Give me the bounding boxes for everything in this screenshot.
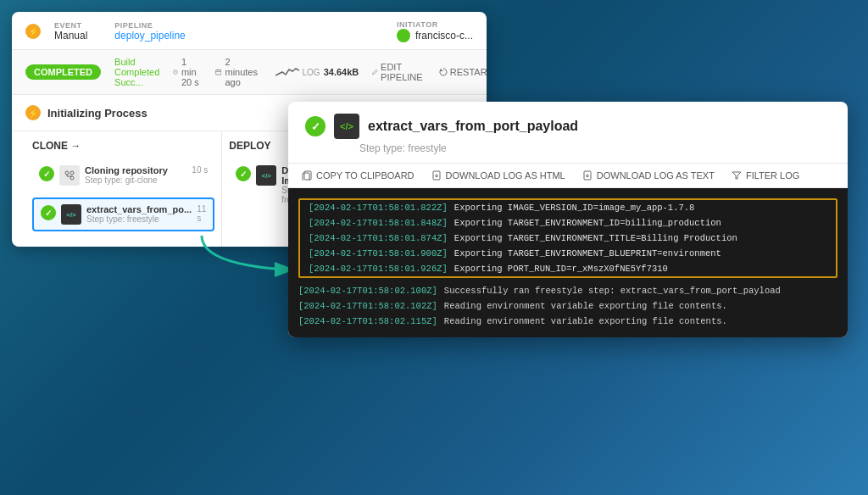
- restart-icon: [439, 68, 448, 76]
- log-message: Reading environment variable exporting f…: [444, 316, 727, 326]
- step-type: Step type: git-clone: [85, 175, 186, 185]
- step-git-icon: [59, 165, 80, 186]
- restart-button[interactable]: RESTART: [439, 67, 487, 77]
- log-message: Exporting TARGET_ENVIRONMENT_ID=billing_…: [454, 218, 721, 228]
- edit-pipeline-button[interactable]: EDIT PIPELINE: [372, 62, 426, 82]
- step-time: 10 s: [192, 165, 208, 175]
- stage-clone-header: CLONE →: [32, 140, 214, 152]
- log-timestamp: [2024-02-17T01:58:02.100Z]: [298, 286, 437, 296]
- log-step-name: extract_vars_from_port_payload: [368, 119, 578, 134]
- event-value: Manual: [54, 30, 87, 42]
- download-html-button[interactable]: DOWNLOAD LOG AS HTML: [431, 170, 565, 181]
- step-freestyle-icon: </>: [61, 204, 81, 225]
- step-time: 11 s: [197, 204, 206, 223]
- log-label: LOG: [303, 68, 320, 77]
- step-details: extract_vars_from_po... Step type: frees…: [86, 204, 192, 224]
- clipboard-icon: [302, 170, 312, 181]
- clock-icon: [173, 67, 178, 77]
- log-timestamp: [2024-02-17T01:58:02.102Z]: [298, 301, 437, 311]
- build-text: Build Completed Succ...: [114, 57, 159, 87]
- step-extract-vars[interactable]: ✓ </> extract_vars_from_po... Step type:…: [32, 197, 214, 231]
- step-check-icon: ✓: [39, 166, 54, 181]
- copy-label: COPY TO CLIPBOARD: [316, 170, 415, 181]
- log-title-row: ✓ </> extract_vars_from_port_payload: [305, 114, 831, 139]
- log-line-1: [2024-02-17T01:58:01.822Z] Exporting IMA…: [300, 200, 836, 215]
- log-line-2: [2024-02-17T01:58:01.848Z] Exporting TAR…: [300, 215, 836, 231]
- svg-point-7: [65, 171, 69, 175]
- initiator-value: francisco-c...: [415, 30, 473, 42]
- filter-log-button[interactable]: FILTER LOG: [732, 170, 799, 181]
- pencil-icon: [372, 68, 378, 76]
- log-line-5: [2024-02-17T01:58:01.926Z] Exporting POR…: [300, 261, 836, 276]
- pipeline-group: PIPELINE deploy_pipeline: [114, 21, 185, 42]
- log-timestamp: [2024-02-17T01:58:01.822Z]: [309, 203, 448, 213]
- log-message: Exporting IMAGE_VERSION_ID=image_my_app-…: [454, 203, 695, 213]
- step-name: extract_vars_from_po...: [86, 204, 192, 214]
- completed-badge: COMPLETED: [25, 64, 101, 80]
- svg-rect-3: [216, 70, 221, 75]
- event-label: EVENT: [54, 21, 87, 30]
- step-deploy-icon: </>: [256, 165, 276, 186]
- pipeline-value[interactable]: deploy_pipeline: [114, 30, 185, 42]
- log-chart-icon: [275, 65, 299, 79]
- process-icon: ⚡: [25, 105, 41, 120]
- initiator-label: INITIATOR: [397, 20, 473, 29]
- lightning-icon: ⚡: [25, 24, 41, 39]
- step-details: Cloning repository Step type: git-clone: [85, 165, 186, 185]
- initiator-group: INITIATOR francisco-c...: [397, 20, 473, 42]
- log-panel: ✓ </> extract_vars_from_port_payload Ste…: [288, 102, 848, 337]
- status-bar: COMPLETED Build Completed Succ... 1 min …: [12, 50, 487, 95]
- log-line-3: [2024-02-17T01:58:01.874Z] Exporting TAR…: [300, 231, 836, 246]
- log-timestamp: [2024-02-17T01:58:02.115Z]: [298, 316, 437, 326]
- log-message: Reading environment variable exporting f…: [444, 301, 727, 311]
- log-line-8: [2024-02-17T01:58:02.115Z] Reading envir…: [288, 314, 848, 329]
- svg-line-2: [175, 72, 176, 73]
- log-message: Exporting PORT_RUN_ID=r_xMszX0fNE5Yf7310: [454, 264, 668, 274]
- log-line-4: [2024-02-17T01:58:01.900Z] Exporting TAR…: [300, 246, 836, 261]
- filter-label: FILTER LOG: [746, 170, 799, 181]
- log-panel-header: ✓ </> extract_vars_from_port_payload Ste…: [288, 102, 848, 164]
- log-message: Exporting TARGET_ENVIRONMENT_BLUEPRINT=e…: [454, 248, 721, 259]
- download-text-icon: [582, 170, 593, 181]
- download-text-button[interactable]: DOWNLOAD LOG AS TEXT: [582, 170, 715, 181]
- pipeline-header: ⚡ EVENT Manual PIPELINE deploy_pipeline …: [12, 12, 487, 50]
- time-ago-item: 2 minutes ago: [215, 57, 262, 87]
- calendar-icon: [215, 67, 221, 77]
- log-step-type: Step type: freestyle: [359, 142, 831, 154]
- pipeline-label: PIPELINE: [114, 21, 185, 30]
- log-toolbar: COPY TO CLIPBOARD DOWNLOAD LOG AS HTML D…: [288, 164, 848, 188]
- step-check-icon: ✓: [41, 205, 56, 220]
- process-title: Initializing Process: [47, 107, 147, 120]
- step-cloning-repository[interactable]: ✓ Cloning repository Step type: git-clon…: [32, 160, 214, 191]
- download-text-label: DOWNLOAD LOG AS TEXT: [597, 170, 715, 181]
- step-name: Cloning repository: [85, 165, 186, 175]
- download-html-label: DOWNLOAD LOG AS HTML: [446, 170, 565, 181]
- log-line-6: [2024-02-17T01:58:02.100Z] Successfully …: [288, 283, 848, 298]
- duration-text: 1 min 20 s: [181, 57, 202, 87]
- avatar: [397, 29, 410, 42]
- log-timestamp: [2024-02-17T01:58:01.900Z]: [309, 248, 448, 259]
- svg-point-8: [70, 176, 74, 180]
- svg-marker-20: [732, 172, 741, 179]
- log-line-7: [2024-02-17T01:58:02.102Z] Reading envir…: [288, 298, 848, 314]
- svg-point-9: [70, 171, 74, 175]
- step-check-icon: ✓: [236, 166, 251, 181]
- stage-clone: CLONE → ✓ Cloning repository Step type: …: [25, 131, 222, 247]
- log-step-icon: </>: [334, 114, 359, 139]
- log-content: [2024-02-17T01:58:01.822Z] Exporting IMA…: [288, 188, 848, 337]
- log-timestamp: [2024-02-17T01:58:01.926Z]: [309, 264, 448, 274]
- log-section: LOG 34.64kB: [275, 65, 359, 79]
- copy-to-clipboard-button[interactable]: COPY TO CLIPBOARD: [302, 170, 415, 181]
- event-group: EVENT Manual: [54, 21, 87, 42]
- duration-item: 1 min 20 s: [173, 57, 202, 87]
- avatar-row: francisco-c...: [397, 29, 473, 42]
- log-message: Exporting TARGET_ENVIRONMENT_TITLE=Billi…: [454, 233, 737, 243]
- log-highlight-block: [2024-02-17T01:58:01.822Z] Exporting IMA…: [298, 198, 837, 278]
- time-ago-text: 2 minutes ago: [225, 57, 261, 87]
- restart-label: RESTART: [450, 67, 487, 77]
- log-size: 34.64kB: [324, 67, 359, 77]
- edit-label: EDIT PIPELINE: [381, 62, 426, 82]
- log-check-icon: ✓: [305, 116, 326, 136]
- log-message: Successfully ran freestyle step: extract…: [444, 286, 781, 296]
- filter-icon: [732, 170, 742, 181]
